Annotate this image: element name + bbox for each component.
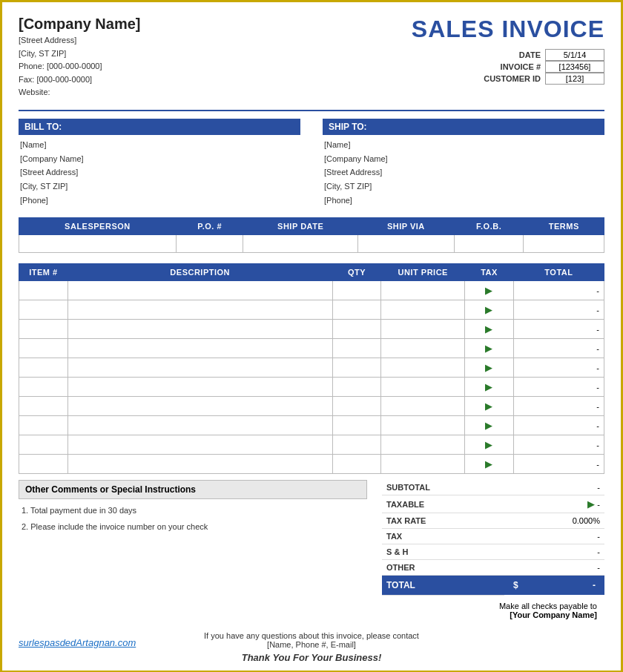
item-qty[interactable] [332, 416, 381, 435]
item-num[interactable] [19, 320, 68, 339]
summary-table: SUBTOTAL - TAXABLE ▶ - TAX RATE 0.000% [382, 480, 604, 596]
item-num[interactable] [19, 455, 68, 474]
item-row-3: ▶ - [19, 320, 604, 339]
item-price[interactable] [381, 300, 465, 320]
item-desc[interactable] [67, 320, 332, 339]
item-qty[interactable] [332, 397, 381, 416]
item-qty[interactable] [332, 339, 381, 358]
invoice-meta: DATE 5/1/14 INVOICE # [123456] CUSTOMER … [484, 49, 604, 85]
item-desc[interactable] [67, 416, 332, 435]
item-qty[interactable] [332, 281, 381, 300]
item-qty[interactable] [332, 378, 381, 397]
item-total: - [513, 378, 604, 397]
item-price[interactable] [381, 416, 465, 435]
payable-name: [Your Company Name] [19, 610, 597, 619]
comment-1: 1. Total payment due in 30 days [22, 502, 367, 518]
item-num[interactable] [19, 339, 68, 358]
item-tax[interactable]: ▶ [465, 300, 514, 320]
item-num[interactable] [19, 281, 68, 300]
company-details: [Street Address] [City, ST ZIP] Phone: [… [19, 34, 412, 99]
sh-label: S & H [382, 544, 504, 560]
total-amount: - [523, 580, 600, 590]
company-website: Website: [19, 86, 412, 99]
ship-to-content: [Name] [Company Name] [Street Address] [… [323, 138, 604, 207]
item-tax[interactable]: ▶ [465, 358, 514, 378]
item-price[interactable] [381, 339, 465, 358]
item-row-2: ▶ - [19, 300, 604, 320]
item-price[interactable] [381, 281, 465, 300]
company-info: [Company Name] [Street Address] [City, S… [19, 16, 412, 99]
item-num[interactable] [19, 416, 68, 435]
item-qty[interactable] [332, 455, 381, 474]
item-tax[interactable]: ▶ [465, 455, 514, 474]
shipping-header-row: SALESPERSON P.O. # SHIP DATE SHIP VIA F.… [19, 218, 604, 235]
ship-to-street: [Street Address] [324, 165, 604, 179]
item-tax[interactable]: ▶ [465, 435, 514, 455]
item-price[interactable] [381, 455, 465, 474]
total-row: TOTAL $ - [382, 576, 604, 596]
item-desc[interactable] [67, 435, 332, 455]
item-tax[interactable]: ▶ [465, 416, 514, 435]
item-num[interactable] [19, 397, 68, 416]
tax-row: TAX - [382, 529, 604, 544]
taxrate-row: TAX RATE 0.000% [382, 513, 604, 529]
item-qty[interactable] [332, 320, 381, 339]
tax-check-icon: ▶ [465, 358, 513, 377]
item-desc[interactable] [67, 455, 332, 474]
item-price[interactable] [381, 435, 465, 455]
subtotal-label: SUBTOTAL [382, 480, 504, 495]
item-row-8: ▶ - [19, 416, 604, 435]
col-total-header: TOTAL [513, 264, 604, 281]
item-num[interactable] [19, 435, 68, 455]
item-tax[interactable]: ▶ [465, 281, 514, 300]
taxrate-value: 0.000% [504, 513, 604, 529]
item-total: - [513, 455, 604, 474]
item-total: - [513, 281, 604, 300]
ship-to-header: SHIP TO: [323, 119, 604, 135]
item-qty[interactable] [332, 358, 381, 378]
col-qty-header: QTY [332, 264, 381, 281]
bill-to-block: BILL TO: [Name] [Company Name] [Street A… [19, 119, 300, 207]
item-price[interactable] [381, 320, 465, 339]
item-total: - [513, 435, 604, 455]
sh-row: S & H - [382, 544, 604, 560]
item-desc[interactable] [67, 358, 332, 378]
items-header-row: ITEM # DESCRIPTION QTY UNIT PRICE TAX TO… [19, 264, 604, 281]
item-tax[interactable]: ▶ [465, 339, 514, 358]
item-tax[interactable]: ▶ [465, 397, 514, 416]
item-tax[interactable]: ▶ [465, 378, 514, 397]
col-po: P.O. # [176, 218, 243, 235]
tax-check-icon: ▶ [465, 378, 513, 396]
item-qty[interactable] [332, 300, 381, 320]
items-table: ITEM # DESCRIPTION QTY UNIT PRICE TAX TO… [19, 263, 604, 474]
payable-text: Make all checks payable to [19, 602, 597, 610]
other-label: OTHER [382, 560, 504, 576]
comment-2: 2. Please include the invoice number on … [22, 518, 367, 535]
item-qty[interactable] [332, 435, 381, 455]
item-desc[interactable] [67, 397, 332, 416]
tax-check-icon: ▶ [465, 339, 513, 358]
company-phone: Phone: [000-000-0000] [19, 60, 412, 73]
item-tax[interactable]: ▶ [465, 320, 514, 339]
addresses: BILL TO: [Name] [Company Name] [Street A… [19, 119, 604, 207]
item-price[interactable] [381, 358, 465, 378]
tax-check-icon: ▶ [465, 435, 513, 454]
item-desc[interactable] [67, 339, 332, 358]
item-num[interactable] [19, 378, 68, 397]
item-price[interactable] [381, 378, 465, 397]
invoice-title-area: SALES INVOICE DATE 5/1/14 INVOICE # [123… [412, 16, 604, 85]
company-name: [Company Name] [19, 16, 412, 33]
col-price-header: UNIT PRICE [381, 264, 465, 281]
tax-check-icon: ▶ [465, 281, 513, 300]
bill-to-content: [Name] [Company Name] [Street Address] [… [19, 138, 300, 207]
item-desc[interactable] [67, 300, 332, 320]
bill-to-city: [City, ST ZIP] [20, 179, 300, 194]
summary-area: SUBTOTAL - TAXABLE ▶ - TAX RATE 0.000% [382, 480, 604, 596]
item-price[interactable] [381, 397, 465, 416]
ship-to-company: [Company Name] [324, 152, 604, 166]
ship-to-name: [Name] [324, 138, 604, 152]
item-num[interactable] [19, 300, 68, 320]
item-num[interactable] [19, 358, 68, 378]
item-desc[interactable] [67, 281, 332, 300]
item-desc[interactable] [67, 378, 332, 397]
